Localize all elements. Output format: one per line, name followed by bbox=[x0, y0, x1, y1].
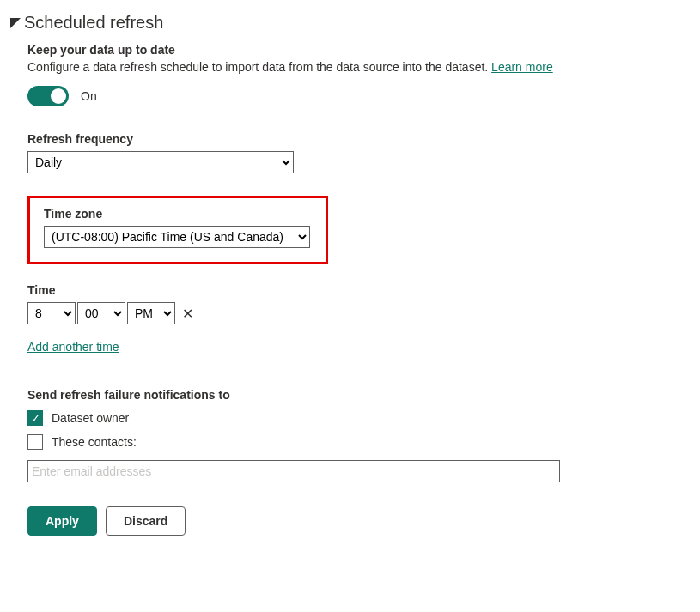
contacts-checkbox-label: These contacts: bbox=[52, 435, 137, 449]
on-off-toggle[interactable] bbox=[27, 86, 69, 106]
time-minute-select[interactable]: 00 bbox=[77, 302, 125, 324]
owner-checkbox[interactable]: ✓ bbox=[27, 410, 43, 426]
keep-desc: Configure a data refresh schedule to imp… bbox=[27, 60, 690, 74]
apply-button[interactable]: Apply bbox=[27, 506, 97, 536]
owner-checkbox-label: Dataset owner bbox=[52, 411, 129, 425]
frequency-select[interactable]: Daily bbox=[27, 151, 294, 173]
timezone-select[interactable]: (UTC-08:00) Pacific Time (US and Canada) bbox=[44, 226, 310, 248]
toggle-state-label: On bbox=[81, 89, 97, 103]
add-time-link[interactable]: Add another time bbox=[27, 340, 119, 354]
remove-time-icon[interactable]: ✕ bbox=[182, 306, 193, 322]
email-input[interactable] bbox=[27, 460, 560, 482]
notify-label: Send refresh failure notifications to bbox=[27, 388, 690, 402]
section-header[interactable]: Scheduled refresh bbox=[10, 13, 690, 33]
time-hour-select[interactable]: 8 bbox=[27, 302, 76, 324]
expand-icon bbox=[10, 13, 21, 33]
time-label: Time bbox=[27, 283, 690, 297]
section-title: Scheduled refresh bbox=[24, 13, 163, 33]
timezone-label: Time zone bbox=[44, 207, 312, 221]
learn-more-link[interactable]: Learn more bbox=[491, 60, 553, 74]
contacts-checkbox[interactable] bbox=[27, 434, 43, 450]
timezone-highlight-box: Time zone (UTC-08:00) Pacific Time (US a… bbox=[27, 196, 328, 264]
time-ampm-select[interactable]: PM bbox=[127, 302, 175, 324]
frequency-label: Refresh frequency bbox=[27, 132, 690, 146]
keep-title: Keep your data up to date bbox=[27, 43, 690, 57]
discard-button[interactable]: Discard bbox=[106, 506, 186, 536]
keep-desc-text: Configure a data refresh schedule to imp… bbox=[27, 60, 491, 74]
